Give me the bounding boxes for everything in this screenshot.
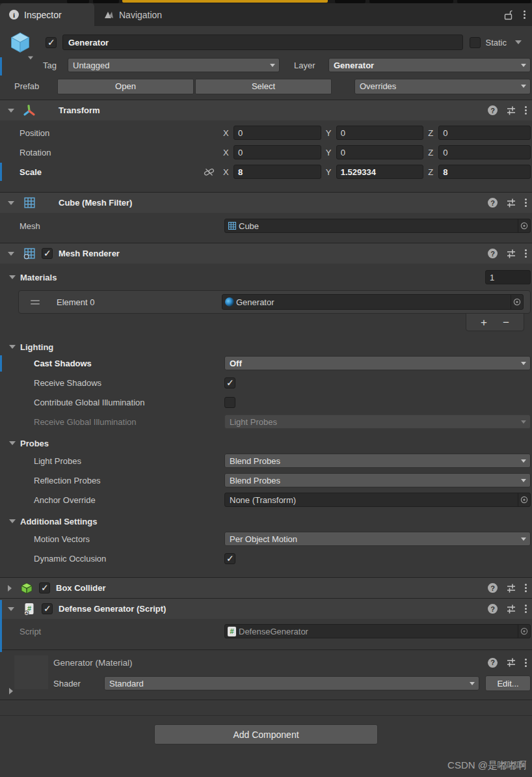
tag-dropdown[interactable]: Untagged: [68, 58, 280, 72]
object-picker-icon[interactable]: [511, 295, 523, 309]
scale-z-field[interactable]: 8: [438, 165, 531, 179]
script-object-field: # DefenseGenerator: [224, 624, 531, 638]
transform-header[interactable]: Transform ?: [0, 100, 532, 120]
position-y-field[interactable]: 0: [336, 126, 424, 140]
receive-shadows-checkbox[interactable]: [224, 377, 235, 388]
cast-shadows-dropdown[interactable]: Off: [224, 356, 531, 370]
scale-y-field[interactable]: 1.529334: [336, 165, 424, 179]
anchor-override-field[interactable]: None (Transform): [224, 493, 531, 507]
motion-vectors-dropdown[interactable]: Per Object Motion: [224, 532, 531, 546]
material-object-field[interactable]: Generator: [222, 294, 524, 310]
drag-handle-icon[interactable]: [31, 300, 40, 305]
material-foldout-collapsed-icon[interactable]: [9, 688, 13, 694]
presets-icon[interactable]: [506, 657, 516, 668]
kebab-menu-icon[interactable]: [525, 584, 527, 592]
foldout-icon[interactable]: [9, 441, 16, 445]
presets-icon[interactable]: [506, 105, 516, 116]
mesh-icon: [228, 221, 237, 230]
position-x-field[interactable]: 0: [233, 126, 321, 140]
reflection-probes-dropdown[interactable]: Blend Probes: [224, 473, 531, 487]
cube-gameobject-icon[interactable]: [5, 31, 35, 54]
dynamic-occlusion-checkbox[interactable]: [224, 553, 235, 564]
prefab-open-button[interactable]: Open: [57, 79, 194, 94]
object-picker-icon[interactable]: [518, 493, 530, 506]
layer-dropdown[interactable]: Generator: [328, 58, 531, 72]
add-component-button[interactable]: Add Component: [154, 724, 378, 744]
add-element-button[interactable]: +: [481, 317, 487, 328]
reflection-probes-row: Reflection Probes Blend Probes: [0, 473, 532, 487]
foldout-icon[interactable]: [8, 109, 14, 113]
presets-icon[interactable]: [506, 249, 516, 259]
defense-generator-header[interactable]: #+ Defense Generator (Script) ?: [0, 598, 532, 619]
unlinked-scale-icon[interactable]: [204, 167, 223, 178]
mesh-object-field[interactable]: Cube: [224, 219, 531, 233]
static-checkbox[interactable]: [470, 37, 481, 48]
prefab-overrides-dropdown[interactable]: Overrides: [354, 79, 531, 94]
scale-x-field[interactable]: 8: [233, 165, 321, 179]
mesh-renderer-enabled-checkbox[interactable]: [42, 248, 53, 259]
foldout-icon[interactable]: [9, 519, 16, 523]
lighting-foldout[interactable]: Lighting: [0, 339, 532, 355]
chevron-down-icon[interactable]: [28, 57, 33, 60]
shader-edit-button[interactable]: Edit...: [485, 675, 531, 691]
kebab-menu-icon[interactable]: [524, 10, 525, 19]
axis-z-label: Z: [428, 148, 438, 157]
mesh-filter-header[interactable]: Cube (Mesh Filter) ?: [0, 192, 532, 213]
kebab-menu-icon[interactable]: [525, 198, 527, 207]
foldout-icon[interactable]: [8, 201, 14, 205]
materials-size-field[interactable]: 1: [485, 270, 531, 284]
box-collider-enabled-checkbox[interactable]: [39, 582, 50, 593]
position-z-field[interactable]: 0: [438, 126, 531, 140]
presets-icon[interactable]: [506, 198, 516, 208]
help-icon[interactable]: ?: [488, 583, 498, 593]
anchor-override-value: None (Transform): [228, 495, 296, 505]
gameobject-active-checkbox[interactable]: [46, 37, 57, 48]
materials-foldout-row[interactable]: Materials 1: [0, 269, 532, 285]
presets-icon[interactable]: [506, 583, 516, 593]
static-label: Static: [485, 38, 507, 48]
contribute-gi-checkbox[interactable]: [224, 397, 235, 408]
help-icon[interactable]: ?: [488, 604, 498, 614]
foldout-collapsed-icon[interactable]: [8, 585, 12, 592]
script-enabled-checkbox[interactable]: [42, 603, 53, 614]
help-icon[interactable]: ?: [488, 105, 498, 115]
rotation-y-field[interactable]: 0: [336, 145, 424, 159]
static-dropdown-icon[interactable]: [515, 40, 522, 44]
help-icon[interactable]: ?: [488, 249, 498, 258]
help-icon[interactable]: ?: [488, 198, 498, 208]
kebab-menu-icon[interactable]: [525, 659, 527, 667]
help-icon[interactable]: ?: [488, 658, 498, 668]
contribute-gi-label: Contribute Global Illumination: [20, 398, 224, 407]
kebab-menu-icon[interactable]: [525, 249, 527, 258]
foldout-icon[interactable]: [8, 252, 14, 256]
tab-inspector[interactable]: i Inspector: [0, 3, 94, 26]
shader-dropdown[interactable]: Standard: [104, 676, 479, 690]
component-title: Defense Generator (Script): [59, 604, 166, 614]
box-collider-header[interactable]: Box Collider ?: [0, 577, 532, 598]
presets-icon[interactable]: [506, 604, 516, 614]
material-preview-thumbnail[interactable]: [14, 655, 48, 689]
gameobject-name-field[interactable]: Generator: [62, 34, 463, 50]
mesh-renderer-header[interactable]: Mesh Renderer ?: [0, 243, 532, 264]
toolbar-fragment: [67, 0, 89, 3]
light-probes-label: Light Probes: [20, 456, 224, 466]
rotation-x-field[interactable]: 0: [233, 145, 321, 159]
light-probes-dropdown[interactable]: Blend Probes: [224, 454, 531, 468]
remove-element-button[interactable]: −: [503, 317, 509, 328]
foldout-icon[interactable]: [9, 275, 16, 279]
prefab-select-button[interactable]: Select: [195, 79, 332, 94]
probes-foldout[interactable]: Probes: [0, 435, 532, 451]
materials-list: Element 0 Generator: [18, 290, 531, 314]
additional-settings-foldout[interactable]: Additional Settings: [0, 513, 532, 529]
kebab-menu-icon[interactable]: [525, 605, 527, 613]
rotation-z-field[interactable]: 0: [438, 145, 531, 159]
toolbar-fragment: [93, 0, 119, 3]
foldout-icon[interactable]: [8, 607, 14, 611]
kebab-menu-icon[interactable]: [525, 106, 527, 115]
navmesh-icon: [103, 10, 114, 20]
unlocked-padlock-icon[interactable]: [504, 10, 513, 20]
tab-navigation[interactable]: Navigation: [94, 3, 171, 26]
object-picker-icon[interactable]: [518, 219, 530, 232]
axis-y-label: Y: [326, 128, 336, 138]
foldout-icon[interactable]: [9, 345, 16, 349]
